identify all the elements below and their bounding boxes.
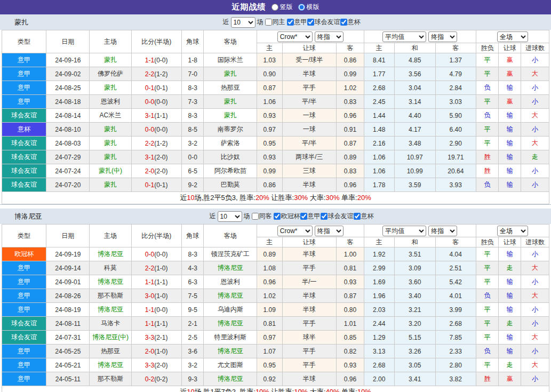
- results-table-monza: 类型 日期 主场 比分(半场) 角球 客场 Crow* 终指 平均值 终指: [2, 30, 549, 204]
- final-odds-select-2[interactable]: 终指: [428, 226, 457, 236]
- final-odds-select[interactable]: 终指: [315, 226, 344, 236]
- same-side-checkbox[interactable]: [265, 19, 272, 26]
- halftime-score: (0-1): [154, 181, 167, 189]
- match-score: 3-3(2-1): [131, 331, 181, 345]
- vertical-radio-icon[interactable]: [271, 4, 278, 11]
- match-type: 意杯: [2, 123, 46, 137]
- match-type-badge: 意甲: [2, 303, 46, 316]
- horizontal-radio-label: 横版: [307, 3, 320, 12]
- league-filter[interactable]: 意杯: [340, 18, 361, 27]
- league-checkbox[interactable]: [274, 213, 281, 220]
- odds-source-select[interactable]: Crow*: [277, 226, 313, 236]
- result-wdl: 平: [476, 123, 499, 137]
- avg-away: 4.79: [435, 67, 476, 81]
- layout-radio-horizontal[interactable]: 横版: [298, 3, 320, 12]
- avg-draw: 3.04: [394, 81, 435, 95]
- league-filter[interactable]: 球会友谊: [321, 212, 354, 221]
- match-score: 2-0(1-0): [131, 345, 181, 358]
- final-odds-select[interactable]: 终指: [315, 31, 344, 42]
- fulltime-select[interactable]: 全场: [497, 226, 528, 236]
- league-filter[interactable]: 球会友谊: [307, 18, 340, 27]
- home-team: 博洛尼亚: [90, 247, 131, 261]
- fulltime-score: 2-0: [145, 348, 154, 355]
- league-filter[interactable]: 意甲: [287, 18, 307, 27]
- league-checkbox[interactable]: [354, 213, 361, 220]
- match-date: 24-08-14: [46, 109, 90, 123]
- summary-part: 单率:: [339, 388, 357, 392]
- corner-score: 9-2: [181, 178, 204, 192]
- match-count-select[interactable]: 10: [231, 17, 255, 28]
- summary-part: 10%: [255, 388, 269, 392]
- avg-draw: 4.40: [394, 109, 435, 123]
- corner-score: 0-0: [181, 150, 204, 164]
- avg-home: 8.41: [364, 53, 394, 67]
- odds-home-header: 主: [257, 43, 282, 53]
- summary-part: 10: [187, 388, 194, 392]
- odds-source-group: Crow* 终指: [257, 30, 364, 43]
- layout-radio-vertical[interactable]: 竖版: [271, 3, 293, 12]
- league-filter[interactable]: 意甲: [300, 212, 321, 221]
- league-checkbox[interactable]: [321, 213, 328, 220]
- result-goals: 小: [521, 178, 549, 192]
- result-wdl: 负: [476, 289, 499, 303]
- home-team: 蒙扎: [90, 150, 131, 164]
- odds-home: 1.06: [257, 95, 282, 109]
- result-goals: 大: [521, 137, 549, 150]
- summary-row: 近10场,胜1平7负2, 胜率:10% 让胜率:10% 大率:40% 单率:10…: [2, 386, 549, 392]
- match-date: 24-09-19: [46, 247, 90, 261]
- avg-home-header: 主: [364, 43, 394, 53]
- summary-part: 20%: [357, 194, 371, 202]
- result-wdl: 胜: [476, 150, 499, 164]
- league-filter[interactable]: 意杯: [354, 212, 374, 221]
- result-handicap: 输: [499, 137, 521, 150]
- result-handicap: 走: [499, 317, 521, 331]
- odds-home-header: 主: [257, 237, 282, 247]
- fulltime-score: 1-1: [145, 57, 154, 64]
- fulltime-score: 0-1: [145, 84, 154, 92]
- result-goals: 大: [521, 331, 549, 345]
- match-count-select[interactable]: 10: [218, 211, 242, 222]
- result-handicap: 赢: [499, 372, 521, 386]
- league-checkbox[interactable]: [287, 19, 294, 26]
- league-filter[interactable]: 欧冠杯: [274, 212, 300, 221]
- match-type: 球会友谊: [2, 178, 46, 192]
- col-corner-header: 角球: [181, 30, 204, 53]
- odds-handicap: 平/半: [282, 137, 336, 150]
- league-checkbox[interactable]: [307, 19, 314, 26]
- match-row: 球会友谊24-08-03蒙扎2-2(1-2)3-2萨索洛0.95平/半0.872…: [2, 137, 549, 150]
- col-type-header: 类型: [2, 225, 46, 247]
- league-checkbox[interactable]: [300, 213, 307, 220]
- away-team: 乌迪内斯: [204, 303, 257, 317]
- col-type-header: 类型: [2, 30, 46, 53]
- result-wdl-header: 胜负: [476, 237, 499, 247]
- home-team: 那不勒斯: [90, 289, 131, 303]
- odds-source-select[interactable]: Crow*: [277, 31, 313, 42]
- fulltime-select[interactable]: 全场: [497, 31, 528, 42]
- halftime-score: (1-0): [154, 265, 167, 272]
- avg-draw: 3.51: [394, 247, 435, 261]
- same-side-checkbox[interactable]: [252, 213, 259, 220]
- away-team: 巴勤莫: [204, 178, 257, 192]
- final-odds-select-2[interactable]: 终指: [428, 31, 457, 42]
- result-wdl: 平: [476, 95, 499, 109]
- same-side-filter[interactable]: 同客: [252, 212, 272, 221]
- fulltime-score: 1-1: [145, 278, 154, 286]
- home-team: 那不勒斯: [90, 372, 131, 386]
- same-side-filter[interactable]: 同主: [265, 18, 285, 27]
- odds-home: 0.92: [257, 372, 282, 386]
- horizontal-radio-icon[interactable]: [298, 4, 305, 11]
- average-select[interactable]: 平均值: [382, 31, 426, 42]
- average-select[interactable]: 平均值: [382, 226, 426, 236]
- fulltime-score: 3-3: [145, 334, 154, 341]
- corner-score: 8-3: [181, 247, 204, 261]
- league-checkbox[interactable]: [340, 19, 347, 26]
- games-label: 场: [257, 18, 263, 27]
- fulltime-score: 1-1: [145, 320, 154, 327]
- match-type-badge: 球会友谊: [2, 178, 46, 191]
- avg-home: 2.44: [364, 317, 394, 331]
- halftime-score: (0-0): [154, 251, 167, 258]
- avg-away: 7.85: [435, 331, 476, 345]
- result-goals: 小: [521, 317, 549, 331]
- match-row: 球会友谊24-08-11马洛卡1-1(1-1)2-1博洛尼亚0.81平手1.01…: [2, 317, 549, 331]
- match-date: 24-07-29: [46, 150, 90, 164]
